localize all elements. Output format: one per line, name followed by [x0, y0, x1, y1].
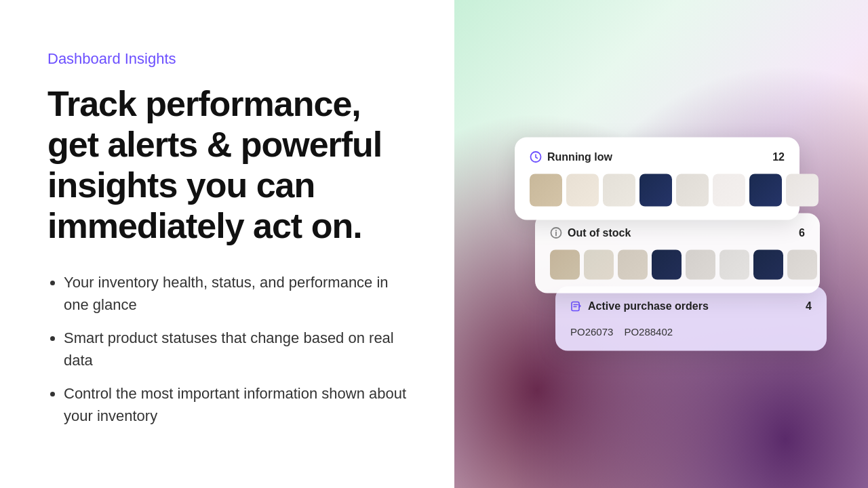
po-numbers-list: PO26073 PO288402: [570, 323, 812, 338]
po-number-1: PO26073: [570, 326, 613, 338]
bullet-item-3: Control the most important information s…: [64, 382, 407, 427]
left-panel: Dashboard Insights Track performance, ge…: [0, 0, 454, 488]
thumb-item: [713, 174, 745, 207]
thumb-item: [686, 250, 715, 280]
running-low-card[interactable]: Running low 12: [515, 138, 800, 220]
card-header-running-low: Running low 12: [530, 151, 785, 163]
running-low-title: Running low: [547, 151, 612, 163]
out-of-stock-title: Out of stock: [568, 227, 631, 239]
card-header-out-of-stock: Out of stock 6: [550, 227, 805, 239]
thumb-item: [603, 174, 635, 207]
thumb-item: [749, 174, 782, 207]
thumb-item: [639, 174, 672, 207]
headline: Track performance, get alerts & powerful…: [47, 84, 407, 246]
bullet-item-2: Smart product statuses that change based…: [64, 327, 407, 371]
right-panel: Running low 12: [454, 0, 868, 488]
svg-point-2: [555, 230, 557, 231]
thumb-item: [618, 250, 648, 280]
thumb-item: [719, 250, 749, 280]
section-label: Dashboard Insights: [47, 50, 407, 68]
purchase-orders-title: Active purchase orders: [588, 300, 709, 312]
thumb-item: [652, 250, 682, 280]
purchase-orders-icon: [570, 300, 583, 312]
running-low-thumbnails: [530, 174, 785, 207]
purchase-orders-card[interactable]: Active purchase orders 4 PO26073 PO28840…: [555, 287, 827, 351]
thumb-item: [566, 174, 599, 207]
out-of-stock-card[interactable]: Out of stock 6: [535, 214, 820, 293]
thumb-item: [753, 250, 783, 280]
card-header-po: Active purchase orders 4: [570, 300, 812, 312]
purchase-orders-count: 4: [806, 300, 812, 312]
out-of-stock-count: 6: [799, 227, 805, 239]
card-title-group: Running low: [530, 151, 612, 163]
cards-container: Running low 12: [515, 138, 840, 351]
bullet-item-1: Your inventory health, status, and perfo…: [64, 271, 407, 316]
card-title-group-oos: Out of stock: [550, 227, 631, 239]
card-title-group-po: Active purchase orders: [570, 300, 709, 312]
info-circle-icon: [550, 227, 562, 239]
bullet-list: Your inventory health, status, and perfo…: [47, 271, 407, 438]
clock-circle-icon: [530, 151, 542, 163]
out-of-stock-thumbnails: [550, 250, 805, 280]
thumb-item: [787, 250, 817, 280]
thumb-item: [676, 174, 709, 207]
running-low-count: 12: [772, 151, 785, 163]
thumb-item: [530, 174, 562, 207]
thumb-item: [786, 174, 818, 207]
po-number-2: PO288402: [624, 326, 673, 338]
thumb-item: [584, 250, 614, 280]
thumb-item: [550, 250, 580, 280]
